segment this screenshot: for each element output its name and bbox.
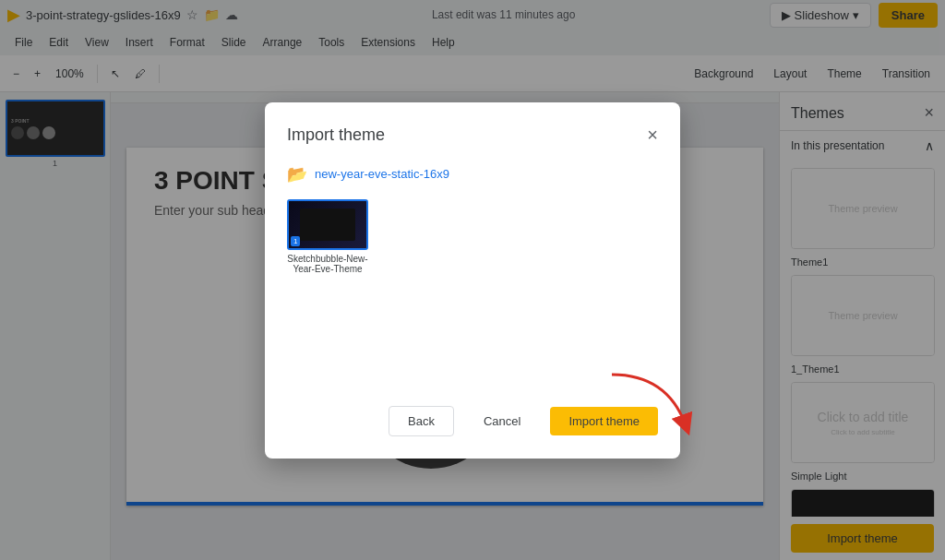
import-theme-modal: Import theme × 📂 new-year-eve-static-16x… (265, 102, 680, 459)
modal-overlay: Import theme × 📂 new-year-eve-static-16x… (0, 0, 945, 560)
modal-themes-grid: 1 Sketchbubble-New-Year-Eve-Theme (287, 199, 658, 384)
modal-footer: Back Cancel Import theme (287, 406, 658, 436)
modal-theme-thumb-1: 1 (287, 199, 368, 250)
modal-header: Import theme × (287, 125, 658, 146)
back-button[interactable]: Back (389, 406, 454, 436)
modal-title: Import theme (287, 125, 385, 145)
folder-yellow-icon: 📂 (287, 164, 307, 185)
modal-theme-card-1[interactable]: 1 Sketchbubble-New-Year-Eve-Theme (287, 199, 368, 384)
modal-folder: 📂 new-year-eve-static-16x9 (287, 164, 658, 185)
modal-close-button[interactable]: × (647, 125, 658, 146)
modal-theme-name-1: Sketchbubble-New-Year-Eve-Theme (287, 254, 368, 274)
folder-name-label: new-year-eve-static-16x9 (315, 167, 449, 181)
cancel-button[interactable]: Cancel (465, 407, 539, 435)
import-theme-button[interactable]: Import theme (550, 407, 658, 435)
